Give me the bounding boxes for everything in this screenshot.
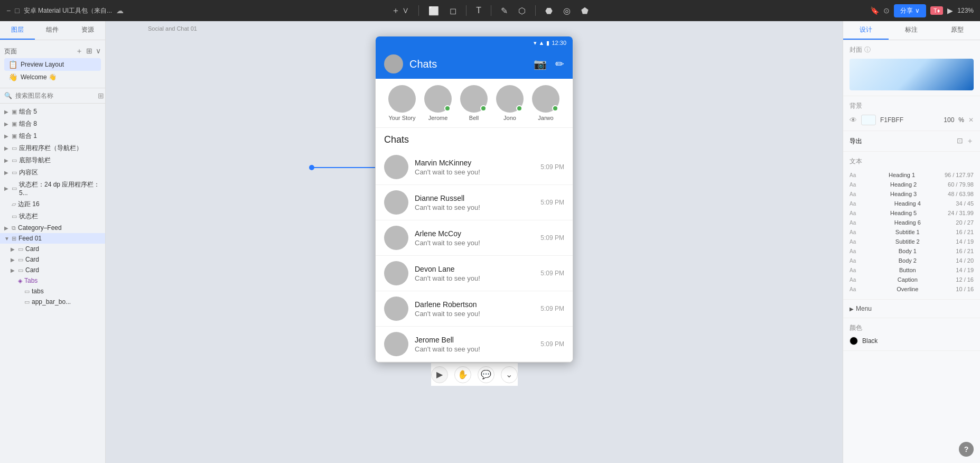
- component-icon: ◈: [18, 277, 22, 284]
- app-bar: Chats 📷 ✏: [376, 49, 573, 79]
- plugin-btn[interactable]: ⬟: [578, 4, 592, 18]
- export-settings-icon[interactable]: ⊡: [957, 136, 963, 146]
- help-button[interactable]: ?: [959, 442, 974, 457]
- app-title: 安卓 Material UI工具包（来自...: [24, 6, 112, 15]
- arrow-icon: ▶: [4, 145, 10, 151]
- menu-toggle[interactable]: ▶ Menu: [850, 305, 974, 312]
- online-dot: [480, 105, 487, 112]
- chat-item-arlene[interactable]: Arlene McCoy Can't wait to see you! 5:09…: [376, 220, 573, 256]
- maximize-icon[interactable]: □: [15, 6, 19, 15]
- tab-design[interactable]: 设计: [843, 21, 889, 40]
- hand-tool[interactable]: ✋: [454, 366, 471, 383]
- play-button[interactable]: ▶: [947, 6, 953, 15]
- tab-layers[interactable]: 图层: [0, 21, 35, 40]
- page-preview-layout[interactable]: 📋 Preview Layout: [4, 58, 101, 71]
- chat-item-jerome[interactable]: Jerome Bell Can't wait to see you! 5:09 …: [376, 327, 573, 362]
- story-item-jono[interactable]: Jono: [492, 85, 528, 121]
- arrow-icon: ▶: [4, 133, 10, 139]
- shape-btn[interactable]: ◻: [446, 4, 460, 18]
- story-avatar-wrap: [460, 85, 488, 113]
- top-bar-center: ＋ ∨ ⬜ ◻ T ✎ ⬡ ⬣ ◎ ⬟: [388, 3, 592, 18]
- tab-annotate[interactable]: 标注: [889, 21, 934, 40]
- chat-preview: Can't wait to see you!: [415, 274, 534, 282]
- layer-content[interactable]: ▶ ▭ 内容区: [0, 166, 105, 179]
- chat-info: Marvin McKinney Can't wait to see you!: [415, 159, 534, 176]
- comment-tool[interactable]: 💬: [478, 366, 494, 383]
- layer-tabs-inner[interactable]: ▭ tabs: [0, 286, 105, 297]
- text-btn[interactable]: T: [473, 4, 484, 17]
- text-body1: Aa Body 1 16 / 21: [850, 246, 974, 256]
- search-top-icon[interactable]: ⊙: [883, 6, 890, 15]
- edit-icon[interactable]: ✏: [555, 58, 564, 70]
- layer-card3[interactable]: ▶ ▭ Card: [0, 265, 105, 275]
- overline-dims: 10 / 16: [956, 286, 974, 292]
- heading1-label: Heading 1: [889, 172, 915, 178]
- frame-icon: ▭: [12, 169, 17, 176]
- frame-icon: ▭: [24, 299, 30, 305]
- pen-btn[interactable]: ✎: [498, 4, 511, 18]
- pointer-tool[interactable]: ▶: [431, 366, 448, 383]
- visibility-icon[interactable]: 👁: [850, 116, 857, 124]
- bookmark-icon[interactable]: 🔖: [870, 6, 879, 15]
- layer-margin[interactable]: ▱ 边距 16: [0, 198, 105, 210]
- text-caption: Aa Caption 12 / 16: [850, 275, 974, 284]
- layer-appbar[interactable]: ▶ ▭ 应用程序栏（导航栏）: [0, 142, 105, 154]
- more-tool[interactable]: ⌄: [501, 366, 518, 383]
- layer-group1[interactable]: ▶ ▣ 组合 1: [0, 130, 105, 142]
- pages-section: 页面 ＋ ⊞ ∨ 📋 Preview Layout 👋 Welcome 👋: [0, 40, 105, 88]
- layer-appbar-bottom[interactable]: ▭ app_bar_bo...: [0, 297, 105, 307]
- layer-card2[interactable]: ▶ ▭ Card: [0, 254, 105, 265]
- chat-avatar: [384, 190, 408, 215]
- page-expand-icon[interactable]: ∨: [96, 47, 101, 56]
- close-icon[interactable]: ✕: [968, 116, 974, 124]
- layer-categoryfeed[interactable]: ▶ ⧉ Category–Feed: [0, 223, 105, 233]
- vector-btn[interactable]: ⬡: [515, 4, 529, 18]
- search-input[interactable]: [15, 92, 95, 99]
- story-item-bell[interactable]: Bell: [456, 85, 492, 121]
- layer-bottomnav[interactable]: ▶ ▭ 底部导航栏: [0, 154, 105, 166]
- frame-icon: ▭: [18, 246, 23, 253]
- chat-item-darlene[interactable]: Darlene Robertson Can't wait to see you!…: [376, 291, 573, 327]
- tab-assets[interactable]: 资源: [70, 21, 105, 40]
- mask-btn[interactable]: ⬣: [542, 4, 556, 18]
- add-btn[interactable]: ＋ ∨: [388, 3, 412, 18]
- bg-color-swatch[interactable]: [861, 115, 876, 125]
- cover-preview: [850, 59, 974, 90]
- tab-prototype[interactable]: 原型: [935, 21, 980, 40]
- tab-components[interactable]: 组件: [35, 21, 70, 40]
- search-icon: 🔍: [4, 92, 12, 99]
- camera-icon[interactable]: 📷: [534, 58, 547, 70]
- frame-btn[interactable]: ⬜: [425, 4, 442, 18]
- chat-item-marvin[interactable]: Marvin McKinney Can't wait to see you! 5…: [376, 150, 573, 185]
- text-heading1: Aa Heading 1 96 / 127.97: [850, 170, 974, 180]
- layer-card1[interactable]: ▶ ▭ Card: [0, 244, 105, 254]
- layer-statusbar2[interactable]: ▭ 状态栏: [0, 210, 105, 223]
- add-page-icon[interactable]: ＋: [76, 47, 83, 56]
- story-item-jarwo[interactable]: Jarwo: [528, 85, 564, 121]
- layer-tabs[interactable]: ◈ Tabs: [0, 275, 105, 286]
- story-item-yours[interactable]: Your Story: [384, 85, 420, 121]
- chat-item-devon[interactable]: Devon Lane Can't wait to see you! 5:09 P…: [376, 256, 573, 291]
- component-btn[interactable]: ◎: [560, 4, 574, 18]
- layer-feed01[interactable]: ▼ ⊞ Feed 01: [0, 233, 105, 244]
- expand-icon[interactable]: ⊞: [98, 91, 104, 100]
- layer-group5[interactable]: ▶ ▣ 组合 5: [0, 106, 105, 118]
- cloud-icon[interactable]: ☁: [116, 6, 124, 15]
- arrow-icon: ▶: [11, 267, 16, 273]
- share-button[interactable]: 分享 ∨: [894, 4, 926, 17]
- add-export-icon[interactable]: ＋: [966, 136, 974, 146]
- layer-statusbar[interactable]: ▶ ▭ 状态栏：24 dp 应用程序栏：5...: [0, 179, 105, 198]
- color-name-black: Black: [862, 337, 878, 345]
- chat-avatar: [384, 226, 408, 250]
- story-item-jerome[interactable]: Jerome: [420, 85, 456, 121]
- rect-icon: ▱: [12, 201, 16, 208]
- chat-item-dianne[interactable]: Dianne Russell Can't wait to see you! 5:…: [376, 185, 573, 220]
- minimize-icon[interactable]: −: [6, 6, 11, 15]
- bg-color-value: F1FBFF: [880, 116, 939, 124]
- page-welcome[interactable]: 👋 Welcome 👋: [4, 71, 101, 84]
- page-grid-icon[interactable]: ⊞: [86, 47, 92, 56]
- wifi-icon: ▾: [534, 40, 537, 47]
- text-section: 文本 Aa Heading 1 96 / 127.97 Aa Heading 2…: [843, 152, 980, 300]
- layer-group8[interactable]: ▶ ▣ 组合 8: [0, 118, 105, 130]
- page-label-2: Welcome 👋: [21, 73, 57, 81]
